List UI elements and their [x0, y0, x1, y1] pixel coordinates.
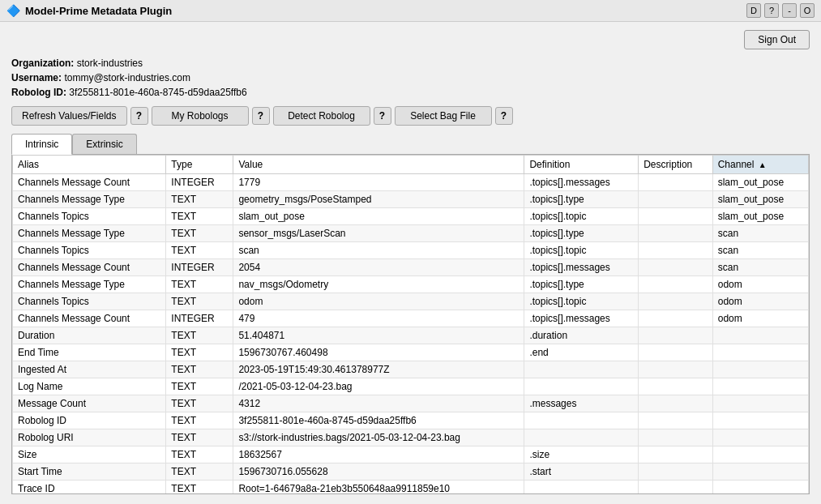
table-cell [712, 481, 808, 495]
table-cell: TEXT [166, 276, 233, 293]
table-cell: odom [233, 293, 524, 310]
table-cell: scan [712, 242, 808, 259]
table-cell [639, 327, 713, 344]
detect-robolog-button[interactable]: Detect Robolog [273, 106, 370, 126]
table-row: Channels Message TypeTEXTnav_msgs/Odomet… [13, 276, 809, 293]
table-cell [712, 463, 808, 481]
table-cell [639, 412, 713, 429]
table-cell: Channels Topics [13, 242, 166, 259]
col-description[interactable]: Description [639, 156, 713, 174]
select-bag-file-button[interactable]: Select Bag File [395, 106, 492, 126]
table-cell: .messages [524, 395, 639, 412]
data-table: Alias Type Value Definition Description … [12, 155, 809, 494]
table-cell: odom [712, 276, 808, 293]
table-row: SizeTEXT18632567.size [13, 446, 809, 463]
table-cell: TEXT [166, 395, 233, 412]
table-cell: Root=1-64679a8a-21eb3b550648aa9911859e10 [233, 481, 524, 495]
table-cell: .duration [524, 327, 639, 344]
table-cell [639, 481, 713, 495]
table-cell: Size [13, 446, 166, 463]
table-cell: odom [712, 293, 808, 310]
table-cell [639, 276, 713, 293]
table-cell: sensor_msgs/LaserScan [233, 225, 524, 242]
d-button[interactable]: D [746, 3, 761, 18]
table-cell: 4312 [233, 395, 524, 412]
table-cell: Channels Message Count [13, 310, 166, 327]
table-cell [712, 327, 808, 344]
col-definition[interactable]: Definition [524, 156, 639, 174]
table-row: Channels Message CountINTEGER479.topics[… [13, 310, 809, 327]
minimize-button[interactable]: - [782, 3, 797, 18]
table-cell: TEXT [166, 208, 233, 225]
table-cell: s3://stork-industries.bags/2021-05-03-12… [233, 429, 524, 446]
table-cell: .topics[].messages [524, 259, 639, 276]
table-cell: TEXT [166, 225, 233, 242]
table-row: Channels TopicsTEXTslam_out_pose.topics[… [13, 208, 809, 225]
col-channel[interactable]: Channel ▲ [712, 156, 808, 174]
table-cell: TEXT [166, 378, 233, 395]
table-cell [524, 361, 639, 378]
help-title-button[interactable]: ? [764, 3, 779, 18]
table-cell [639, 378, 713, 395]
table-row: Channels Message TypeTEXTsensor_msgs/Las… [13, 225, 809, 242]
table-cell: TEXT [166, 429, 233, 446]
table-cell: TEXT [166, 242, 233, 259]
table-cell [712, 378, 808, 395]
table-cell: Channels Message Type [13, 225, 166, 242]
table-cell: .topics[].topic [524, 208, 639, 225]
table-cell: .topics[].messages [524, 310, 639, 327]
org-row: Organization: stork-industries [11, 58, 810, 69]
table-row: Trace IDTEXTRoot=1-64679a8a-21eb3b550648… [13, 481, 809, 495]
table-row: Channels TopicsTEXTodom.topics[].topicod… [13, 293, 809, 310]
table-cell [639, 344, 713, 361]
refresh-values-button[interactable]: Refresh Values/Fields [11, 106, 127, 126]
main-content: Sign Out Organization: stork-industries … [0, 22, 821, 502]
col-value[interactable]: Value [233, 156, 524, 174]
table-cell [524, 378, 639, 395]
table-cell: slam_out_pose [712, 174, 808, 191]
table-cell: INTEGER [166, 259, 233, 276]
table-row: DurationTEXT51.404871.duration [13, 327, 809, 344]
my-robologs-help-button[interactable]: ? [252, 107, 270, 125]
table-cell: TEXT [166, 463, 233, 481]
table-row: Channels Message CountINTEGER1779.topics… [13, 174, 809, 191]
table-cell [639, 361, 713, 378]
tabs: Intrinsic Extrinsic [11, 134, 810, 154]
table-cell: 1779 [233, 174, 524, 191]
table-cell: scan [712, 259, 808, 276]
toolbar: Refresh Values/Fields ? My Robologs ? De… [11, 106, 810, 126]
table-cell: .topics[].topic [524, 293, 639, 310]
refresh-help-button[interactable]: ? [130, 107, 148, 125]
table-cell: TEXT [166, 344, 233, 361]
table-cell: geometry_msgs/PoseStamped [233, 191, 524, 208]
table-cell: Start Time [13, 463, 166, 481]
detect-robolog-help-button[interactable]: ? [374, 107, 391, 125]
maximize-button[interactable]: O [800, 3, 815, 18]
title-bar-right: D ? - O [746, 3, 815, 18]
table-cell: TEXT [166, 412, 233, 429]
table-cell: scan [712, 225, 808, 242]
table-cell: .topics[].messages [524, 174, 639, 191]
table-cell: 3f255811-801e-460a-8745-d59daa25ffb6 [233, 412, 524, 429]
tab-extrinsic[interactable]: Extrinsic [72, 134, 136, 154]
table-cell: 1596730767.460498 [233, 344, 524, 361]
select-bag-help-button[interactable]: ? [495, 107, 513, 125]
table-cell [712, 395, 808, 412]
my-robologs-button[interactable]: My Robologs [152, 106, 249, 126]
table-cell: Ingested At [13, 361, 166, 378]
table-cell: TEXT [166, 481, 233, 495]
table-cell: 2023-05-19T15:49:30.461378977Z [233, 361, 524, 378]
table-cell: Trace ID [13, 481, 166, 495]
col-type[interactable]: Type [166, 156, 233, 174]
robolog-label: Robolog ID: [11, 87, 66, 98]
app-icon: 🔷 [6, 4, 20, 17]
tab-intrinsic[interactable]: Intrinsic [11, 134, 72, 155]
table-row: Message CountTEXT4312.messages [13, 395, 809, 412]
table-cell: .end [524, 344, 639, 361]
table-cell: .topics[].type [524, 191, 639, 208]
table-row: Start TimeTEXT1596730716.055628.start [13, 463, 809, 481]
table-cell: slam_out_pose [233, 208, 524, 225]
sign-out-button[interactable]: Sign Out [744, 30, 810, 49]
col-alias[interactable]: Alias [13, 156, 166, 174]
title-bar-left: 🔷 Model-Prime Metadata Plugin [6, 4, 172, 17]
